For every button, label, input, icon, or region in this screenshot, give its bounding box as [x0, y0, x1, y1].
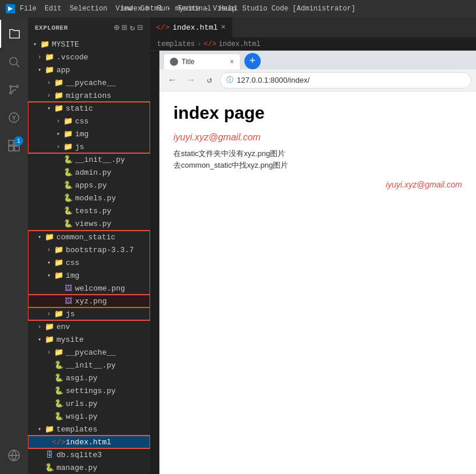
tree-label: img: [66, 271, 79, 280]
tree-label: img: [75, 130, 88, 139]
back-button[interactable]: ←: [164, 72, 180, 89]
tree-item[interactable]: ▾ 📁 MYSITE: [28, 38, 150, 51]
tree-item[interactable]: 🐍 __init__.py: [28, 359, 150, 372]
tree-label: css: [75, 117, 88, 126]
folder-icon: 📁: [63, 129, 73, 139]
tree-item[interactable]: 🐍 urls.py: [28, 397, 150, 410]
image-icon: 🖼: [63, 296, 73, 306]
menu-edit[interactable]: Edit: [45, 5, 62, 13]
browser-tab[interactable]: Title ×: [164, 54, 240, 69]
tree-label: env: [56, 323, 70, 331]
browser-tab-close[interactable]: ×: [230, 58, 234, 66]
image-icon: 🖼: [63, 283, 73, 293]
tree-item[interactable]: 🐍 asgi.py: [28, 372, 150, 384]
line-numbers: 12345 678910 1112131415 1617181920 21222…: [150, 51, 159, 474]
folder-icon: 📁: [54, 270, 64, 281]
svg-point-2: [10, 86, 12, 88]
tab-close-button[interactable]: ×: [221, 23, 225, 32]
browser-tab-bar: Title × +: [159, 51, 476, 69]
tree-item-img[interactable]: ▾ 📁 img: [28, 128, 150, 140]
tree-item-common-static[interactable]: ▾ 📁 common_static: [28, 231, 150, 243]
breadcrumb-templates[interactable]: templates: [157, 40, 195, 48]
tree-label: apps.py: [75, 181, 107, 190]
tree-item[interactable]: 🐍 tests.py: [28, 204, 150, 217]
tree-item-img2[interactable]: ▾ 📁 img: [28, 269, 150, 282]
tree-label: __pycache__: [66, 79, 116, 87]
folder-icon: 📁: [54, 90, 64, 101]
remote-activity-icon[interactable]: [0, 441, 28, 469]
tree-label: tests.py: [75, 207, 111, 215]
tree-item-env[interactable]: › 📁 env: [28, 320, 150, 333]
tree-item-css2[interactable]: ▾ 📁 css: [28, 256, 150, 269]
tree-item[interactable]: 🐍 settings.py: [28, 384, 150, 397]
tree-item-welcome-png[interactable]: 🖼 welcome.png: [28, 282, 150, 295]
tree-item[interactable]: 🐍 wsgi.py: [28, 410, 150, 423]
extensions-activity-icon[interactable]: 1: [0, 132, 28, 160]
tree-item[interactable]: › 📁 __pycache__: [28, 76, 150, 89]
tree-item[interactable]: 🐍 apps.py: [28, 179, 150, 192]
python-icon: 🐍: [54, 411, 64, 422]
tree-item[interactable]: 🐍 __init__.py: [28, 153, 150, 166]
python-icon: 🐍: [54, 398, 64, 409]
menu-selection[interactable]: Selection: [70, 5, 108, 13]
tree-item-bootstrap[interactable]: › 📁 bootstrap-3.3.7: [28, 243, 150, 256]
folder-icon: 📁: [54, 347, 64, 358]
source-control-activity-icon[interactable]: [0, 76, 28, 104]
svg-line-1: [16, 64, 19, 67]
folder-icon: 📁: [54, 257, 64, 268]
menu-file[interactable]: File: [20, 5, 37, 13]
tree-label: asgi.py: [66, 374, 98, 383]
tree-item-xyz-png[interactable]: 🖼 xyz.png: [28, 295, 150, 307]
titlebar: File Edit Selection View Go Run Terminal…: [0, 0, 476, 17]
tree-label: urls.py: [66, 399, 98, 408]
tree-item-templates[interactable]: ▾ 📁 templates: [28, 423, 150, 436]
tree-item-css[interactable]: › 📁 css: [28, 115, 150, 128]
tab-index-html[interactable]: </> index.html ×: [150, 17, 232, 37]
tree-label: static: [66, 104, 93, 113]
address-bar[interactable]: ⓘ 127.0.0.1:8000/index/: [220, 72, 471, 89]
code-editor[interactable]: 12345 678910 1112131415 1617181920 21222…: [150, 51, 159, 474]
breadcrumb-file[interactable]: index.html: [219, 40, 261, 48]
window-title: index.html - mysite - Visual Studio Code…: [120, 5, 355, 13]
refresh-icon[interactable]: ↻: [130, 22, 136, 33]
svg-rect-6: [9, 140, 13, 145]
tree-item[interactable]: ▾ 📁 app: [28, 63, 150, 76]
new-file-icon[interactable]: ⊕: [114, 22, 120, 33]
tree-item-db[interactable]: 🗄 db.sqlite3: [28, 448, 150, 461]
tree-item[interactable]: 🐍 admin.py: [28, 166, 150, 179]
search-activity-icon[interactable]: [0, 48, 28, 76]
tree-item[interactable]: › 📁 migrations: [28, 89, 150, 102]
python-icon: 🐍: [63, 180, 73, 190]
tree-arrow-mysite: ▾: [30, 41, 40, 48]
folder-icon: 📁: [44, 232, 55, 242]
tree-item[interactable]: › 📁 .vscode: [28, 51, 150, 63]
folder-icon: 📁: [54, 309, 64, 319]
tree-label: js: [66, 310, 75, 319]
tree-item-index-html[interactable]: </> index.html: [28, 436, 150, 448]
html-tab-icon: </>: [156, 23, 169, 32]
tree-item-js2[interactable]: › 📁 js: [28, 307, 150, 320]
explorer-activity-icon[interactable]: [0, 20, 28, 48]
tree-label: db.sqlite3: [56, 451, 102, 459]
browser-tab-favicon: [170, 58, 178, 66]
db-icon: 🗄: [44, 450, 55, 460]
tree-item[interactable]: 🐍 models.py: [28, 192, 150, 204]
tree-item-mysite[interactable]: ▾ 📁 mysite: [28, 333, 150, 346]
tree-item-js[interactable]: › 📁 js: [28, 140, 150, 153]
collapse-icon[interactable]: ⊟: [137, 22, 143, 33]
tree-label: manage.py: [56, 464, 97, 472]
new-tab-button[interactable]: +: [244, 53, 261, 69]
tree-item[interactable]: 🐍 views.py: [28, 217, 150, 230]
forward-button[interactable]: →: [183, 72, 199, 89]
tree-item-manage[interactable]: 🐍 manage.py: [28, 461, 150, 474]
new-folder-icon[interactable]: ⊞: [122, 22, 127, 33]
refresh-button[interactable]: ↺: [201, 72, 218, 89]
folder-icon: 📁: [44, 334, 55, 345]
debug-activity-icon[interactable]: [0, 104, 28, 132]
tree-item-static[interactable]: ▾ 📁 static: [28, 102, 150, 115]
sidebar-header: EXPLORER ⊕ ⊞ ↻ ⊟: [28, 17, 150, 38]
folder-icon: 📁: [54, 245, 64, 255]
svg-rect-9: [15, 146, 19, 151]
tree-label: bootstrap-3.3.7: [66, 246, 134, 254]
tree-item[interactable]: › 📁 __pycache__: [28, 346, 150, 359]
